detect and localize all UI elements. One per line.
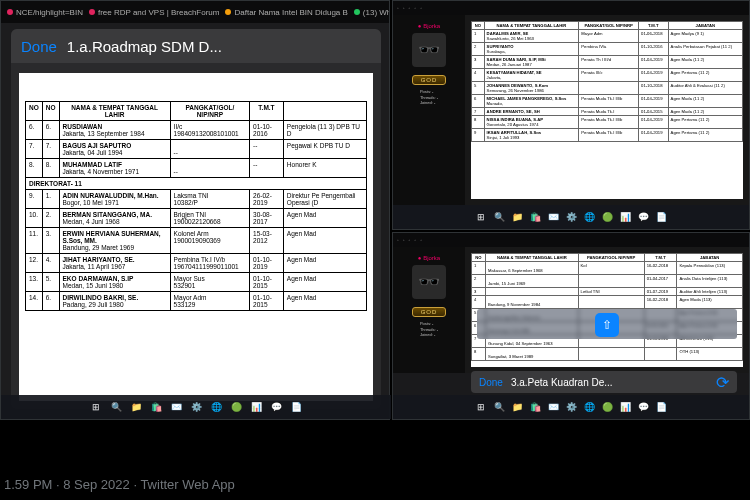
- taskbar-icon[interactable]: 🛍️: [528, 210, 542, 224]
- table-row: 12.4. JIHAT HARIYANTO, SE.Jakarta, 11 Ap…: [26, 254, 367, 273]
- done-button[interactable]: Done: [479, 377, 503, 388]
- taskbar-icon[interactable]: ⚙️: [564, 210, 578, 224]
- table-row: 1Makassar, 6 September 1968Kol16-02-2018…: [472, 262, 743, 275]
- browser-tab[interactable]: NCE/highlight=BIN: [7, 8, 83, 17]
- taskbar-icon[interactable]: ⊞: [89, 400, 103, 414]
- column-header: NAMA & TEMPAT TANGGAL LAHIR: [59, 102, 170, 121]
- taskbar-icon[interactable]: 🟢: [600, 210, 614, 224]
- taskbar-icon[interactable]: 🌐: [209, 400, 223, 414]
- share-icon: ⇧: [602, 318, 612, 332]
- column-header: [283, 102, 366, 121]
- tweet-timestamp[interactable]: 1.59 PM8 Sep 2022Twitter Web App: [4, 477, 235, 492]
- taskbar-icon[interactable]: 📊: [249, 400, 263, 414]
- taskbar-icon[interactable]: 🟢: [600, 400, 614, 414]
- taskbar-icon[interactable]: 💬: [636, 400, 650, 414]
- taskbar-icon[interactable]: 📁: [510, 400, 524, 414]
- taskbar-icon[interactable]: 🛍️: [149, 400, 163, 414]
- column-header: T.M.T: [250, 102, 284, 121]
- document-filename: 3.a.Peta Kuadran De...: [511, 377, 708, 388]
- taskbar-icon[interactable]: ⊞: [474, 400, 488, 414]
- document-page: NONONAMA & TEMPAT TANGGAL LAHIRPANGKAT/G…: [19, 73, 373, 401]
- taskbar-icon[interactable]: ✉️: [546, 210, 560, 224]
- taskbar-icon[interactable]: 🔍: [109, 400, 123, 414]
- forum-username: ● Bjorka: [418, 23, 440, 29]
- table-row: 3SARAH DUMA SARI, S.IP, MSiMedan, 26 Jan…: [472, 56, 743, 69]
- browser-tab[interactable]: free RDP and VPS | BreachForum: [89, 8, 220, 17]
- taskbar-icon[interactable]: ⚙️: [564, 400, 578, 414]
- taskbar-icon[interactable]: ⊞: [474, 210, 488, 224]
- favicon-icon: [7, 9, 13, 15]
- taskbar-icon[interactable]: 🌐: [582, 400, 596, 414]
- taskbar-icon[interactable]: ✉️: [169, 400, 183, 414]
- avatar: 🕶️: [412, 265, 446, 299]
- taskbar-icon[interactable]: 📄: [654, 210, 668, 224]
- favicon-icon: [89, 9, 95, 15]
- windows-taskbar[interactable]: ⊞🔍📁🛍️✉️⚙️🌐🟢📊💬📄: [393, 395, 749, 419]
- table-row: 11.3. ERWIN HERVIANA SUHERMAN, S.Sos, MM…: [26, 228, 367, 254]
- browser-tab-strip: ◦◦◦◦◦: [393, 1, 749, 15]
- column-header: NO: [26, 102, 43, 121]
- browser-tab[interactable]: Daftar Nama Intel BIN Diduga B: [225, 8, 347, 17]
- browser-tab-strip: ◦◦◦◦◦: [393, 233, 749, 247]
- browser-tab[interactable]: (13) WhatsApp: [354, 8, 389, 17]
- document-viewer: Done 1.a.Roadmap SDM D... NONONAMA & TEM…: [11, 29, 381, 409]
- screenshot-left: NCE/highlight=BIN free RDP and VPS | Bre…: [0, 0, 390, 420]
- taskbar-icon[interactable]: 📊: [618, 400, 632, 414]
- table-row: 7ANDRE ERMANTO, SE, SHPenata Muda Tk.I01…: [472, 108, 743, 116]
- table-row: 9.1. ADIN NURAWALUDDIN, M.Han.Bogor, 10 …: [26, 190, 367, 209]
- column-header: NO: [42, 102, 59, 121]
- taskbar-icon[interactable]: 💬: [636, 210, 650, 224]
- taskbar-icon[interactable]: 🔍: [492, 210, 506, 224]
- favicon-icon: [225, 9, 231, 15]
- taskbar-icon[interactable]: 📊: [618, 210, 632, 224]
- forum-post: ● Bjorka 🕶️ GOD Posts: -Threads: -Joined…: [393, 15, 749, 205]
- browser-tab-strip: NCE/highlight=BIN free RDP and VPS | Bre…: [1, 1, 389, 23]
- table-row: 1DARALMIS AMIR, SESawahlunto, 26 Mei 196…: [472, 30, 743, 43]
- table-row: 9IKSAN ARFITULLAH, S.SosSinjai, 1 Juli 1…: [472, 129, 743, 142]
- table-row: 8NISSA INDIRA BUANA, S.APGorontalo, 20 A…: [472, 116, 743, 129]
- taskbar-icon[interactable]: 🔍: [492, 400, 506, 414]
- taskbar-icon[interactable]: 📄: [654, 400, 668, 414]
- document-titlebar: Done 1.a.Roadmap SDM D...: [11, 29, 381, 63]
- table-row: 13.5. EKO DARMAWAN, S.IPMedan, 15 Juni 1…: [26, 273, 367, 292]
- forum-username: ● Bjorka: [418, 255, 440, 261]
- table-row: 7.7. BAGUS AJI SAPUTROJakarta, 04 Juli 1…: [26, 140, 367, 159]
- taskbar-icon[interactable]: 🛍️: [528, 400, 542, 414]
- roster-table-small: NONAMA & TEMPAT TANGGAL LAHIRPANGKAT/GOL…: [471, 253, 743, 361]
- table-row: 3Letkol TNI01-07-2019Auditor Ahli Inteli…: [472, 288, 743, 296]
- taskbar-icon[interactable]: 🟢: [229, 400, 243, 414]
- avatar: 🕶️: [412, 33, 446, 67]
- roster-table: NONONAMA & TEMPAT TANGGAL LAHIRPANGKAT/G…: [25, 101, 367, 311]
- table-row: 6MICHAEL JAMES PANGKEREGO, S.SosManado, …: [472, 95, 743, 108]
- forum-user-sidebar: ● Bjorka 🕶️ GOD Posts: -Threads: -Joined…: [393, 15, 465, 205]
- taskbar-icon[interactable]: 📁: [129, 400, 143, 414]
- table-row: 2Jambi, 15 Juni 196901-04-2017Analis Dat…: [472, 275, 743, 288]
- table-row: 2SUPRIYANTOSurabaya, Pembina IV/a01-10-2…: [472, 43, 743, 56]
- table-row: 8.8. MUHAMMAD LATIFJakarta, 4 November 1…: [26, 159, 367, 178]
- done-button[interactable]: Done: [21, 38, 57, 55]
- roster-table-small: NONAMA & TEMPAT TANGGAL LAHIRPANGKAT/GOL…: [471, 21, 743, 142]
- table-row: 6.6. RUSDIAWANJakarta, 13 September 1984…: [26, 121, 367, 140]
- screenshot-right-top: ◦◦◦◦◦ ● Bjorka 🕶️ GOD Posts: -Threads: -…: [392, 0, 750, 230]
- table-row: 8Sungailiat, 3 Maret 1989OTH (113): [472, 348, 743, 361]
- table-row: 5JOHANNES DEWANTO, S.KomSemarang, 26 Nov…: [472, 82, 743, 95]
- attached-document: NONAMA & TEMPAT TANGGAL LAHIRPANGKAT/GOL…: [471, 253, 743, 367]
- taskbar-icon[interactable]: 📄: [289, 400, 303, 414]
- share-button[interactable]: ⇧: [595, 313, 619, 337]
- forum-post: ● Bjorka 🕶️ GOD Posts: -Threads: -Joined…: [393, 247, 749, 373]
- column-header: PANGKAT/GOL/ NIP/NRP: [170, 102, 249, 121]
- table-row: 10.2. BERMAN SITANGGANG, MA.Medan, 4 Jun…: [26, 209, 367, 228]
- taskbar-icon[interactable]: ⚙️: [189, 400, 203, 414]
- taskbar-icon[interactable]: ✉️: [546, 400, 560, 414]
- taskbar-icon[interactable]: 💬: [269, 400, 283, 414]
- taskbar-icon[interactable]: 🌐: [582, 210, 596, 224]
- refresh-icon[interactable]: ⟳: [716, 373, 729, 392]
- table-row: 14.6. DIRWILINDO BAKRI, SE.Padang, 29 Ju…: [26, 292, 367, 311]
- windows-taskbar[interactable]: ⊞🔍📁🛍️✉️⚙️🌐🟢📊💬📄: [393, 205, 749, 229]
- favicon-icon: [354, 9, 360, 15]
- taskbar-icon[interactable]: 📁: [510, 210, 524, 224]
- windows-taskbar[interactable]: ⊞🔍📁🛍️✉️⚙️🌐🟢📊💬📄: [1, 395, 391, 419]
- document-titlebar: Done 3.a.Peta Kuadran De... ⟳: [471, 371, 737, 393]
- forum-user-sidebar: ● Bjorka 🕶️ GOD Posts: -Threads: -Joined…: [393, 247, 465, 373]
- rank-badge: GOD: [412, 75, 447, 85]
